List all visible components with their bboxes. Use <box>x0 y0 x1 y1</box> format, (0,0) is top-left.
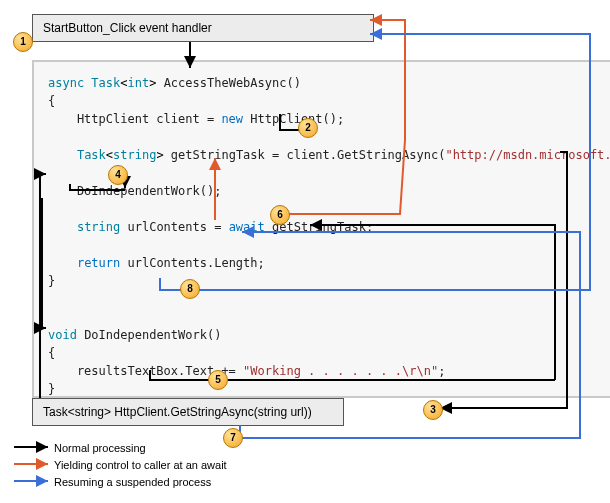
getstringasync-box: Task<string> HttpClient.GetStringAsync(s… <box>32 398 344 426</box>
marker-6: 6 <box>270 205 290 225</box>
legend-resume: Resuming a suspended process <box>54 476 211 488</box>
marker-2: 2 <box>298 118 318 138</box>
marker-3: 3 <box>423 400 443 420</box>
code-block: async Task<int> AccessTheWebAsync() { Ht… <box>32 60 610 398</box>
marker-4: 4 <box>108 165 128 185</box>
legend-normal: Normal processing <box>54 442 146 454</box>
legend-yield: Yielding control to caller at an await <box>54 459 227 471</box>
startbutton-handler-box: StartButton_Click event handler <box>32 14 374 42</box>
marker-7: 7 <box>223 428 243 448</box>
startbutton-label: StartButton_Click event handler <box>43 21 212 35</box>
diagram-canvas: StartButton_Click event handler async Ta… <box>10 10 600 490</box>
marker-8: 8 <box>180 279 200 299</box>
marker-5: 5 <box>208 370 228 390</box>
getstringasync-label: Task<string> HttpClient.GetStringAsync(s… <box>43 405 312 419</box>
marker-1: 1 <box>13 32 33 52</box>
